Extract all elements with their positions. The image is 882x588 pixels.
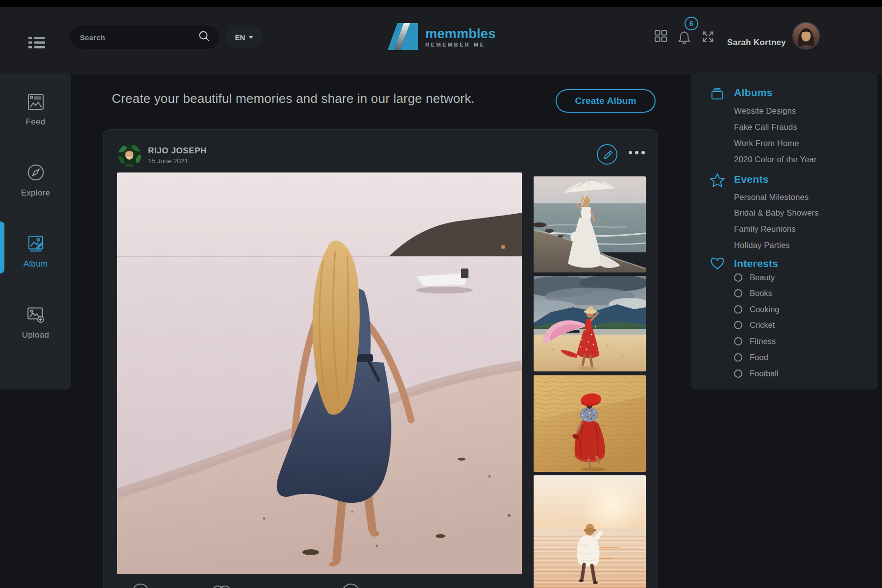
albums-section-title[interactable]: Albums	[734, 87, 773, 98]
menu-list-icon[interactable]	[28, 36, 45, 51]
radio-unchecked-icon[interactable]	[734, 353, 742, 362]
radio-unchecked-icon[interactable]	[734, 337, 742, 345]
left-sidebar: Feed Explore Album	[0, 73, 71, 390]
sidebar-item-label: Feed	[0, 117, 71, 127]
album-link[interactable]: Fake Call Frauds	[734, 122, 797, 132]
radio-unchecked-icon[interactable]	[734, 305, 742, 314]
comment-action-icon[interactable]	[341, 582, 361, 588]
interest-label: Cricket	[750, 320, 775, 330]
brand-name: memmbles	[425, 27, 495, 41]
event-link[interactable]: Personal Milestones	[734, 193, 808, 202]
brand-logo[interactable]: memmbles REMEMBER ME	[385, 22, 495, 53]
user-name[interactable]: Sarah Kortney	[727, 32, 786, 53]
albums-icon	[709, 87, 725, 104]
album-link[interactable]: Work From Home	[734, 139, 799, 148]
user-avatar[interactable]	[792, 22, 820, 49]
pencil-icon	[601, 148, 613, 161]
sidebar-item-label: Explore	[0, 188, 71, 198]
search-input[interactable]	[79, 33, 198, 42]
sidebar-item-explore[interactable]: Explore	[0, 163, 71, 198]
brand-text: memmbles REMEMBER ME	[425, 27, 495, 48]
right-sidebar: Albums Website Designs Fake Call Frauds …	[691, 73, 878, 390]
interest-label: Football	[750, 369, 779, 378]
interests-section-title[interactable]: Interests	[734, 258, 778, 270]
feed-icon	[26, 104, 45, 113]
sidebar-item-label: Album	[0, 259, 71, 269]
create-album-button[interactable]: Create Album	[556, 89, 656, 113]
radio-unchecked-icon[interactable]	[734, 369, 742, 378]
share-action-icon[interactable]	[131, 582, 150, 588]
album-icon	[26, 246, 46, 255]
language-selector[interactable]: EN	[226, 25, 262, 49]
interest-option-beauty[interactable]: Beauty	[734, 273, 775, 282]
page-heading: Create your beautiful memories and share…	[112, 91, 475, 106]
search-icon[interactable]	[198, 30, 211, 45]
event-link[interactable]: Bridal & Baby Showers	[734, 208, 819, 218]
post-main-photo[interactable]	[117, 172, 522, 574]
language-label: EN	[235, 33, 245, 42]
active-nav-indicator	[0, 221, 4, 273]
post-author-avatar[interactable]	[118, 144, 141, 167]
interest-option-food[interactable]: Food	[734, 353, 768, 362]
thumbnail-red-dress-beach[interactable]	[534, 276, 646, 371]
sidebar-item-upload[interactable]: Upload	[0, 305, 71, 340]
events-star-icon	[709, 172, 726, 191]
interest-label: Fitness	[750, 337, 776, 346]
edit-post-button[interactable]	[597, 144, 617, 165]
explore-compass-icon	[26, 175, 46, 184]
logo-m-icon	[385, 22, 420, 53]
search-bar[interactable]	[70, 25, 220, 49]
likes-action-icon[interactable]	[210, 582, 233, 588]
events-section-title[interactable]: Events	[734, 173, 769, 185]
interest-label: Beauty	[750, 273, 775, 282]
interest-label: Cooking	[750, 305, 780, 314]
notification-count: 6	[689, 20, 693, 27]
interest-option-football[interactable]: Football	[734, 369, 779, 378]
post-date: 15 June 2021	[148, 157, 188, 165]
brand-tagline: REMEMBER ME	[425, 42, 495, 48]
post-author-name[interactable]: RIJO JOSEPH	[148, 146, 207, 156]
interest-option-cricket[interactable]: Cricket	[734, 320, 775, 330]
sidebar-item-label: Upload	[0, 330, 71, 340]
album-link[interactable]: Website Designs	[734, 106, 796, 116]
event-link[interactable]: Holiday Parties	[734, 241, 790, 250]
interest-label: Books	[750, 289, 772, 298]
interest-option-cooking[interactable]: Cooking	[734, 305, 780, 314]
thumbnail-sunset-beach[interactable]	[534, 475, 646, 588]
more-options-icon[interactable]	[629, 151, 645, 154]
top-black-strip	[0, 0, 882, 7]
thumbnail-red-skirt-dune[interactable]	[534, 375, 646, 472]
event-link[interactable]: Family Reunions	[734, 224, 796, 234]
post-card: RIJO JOSEPH 15 June 2021	[103, 129, 658, 588]
interest-option-fitness[interactable]: Fitness	[734, 337, 776, 346]
apps-grid-icon[interactable]	[653, 28, 668, 46]
interest-option-books[interactable]: Books	[734, 289, 772, 298]
radio-unchecked-icon[interactable]	[734, 273, 742, 282]
sidebar-item-feed[interactable]: Feed	[0, 93, 71, 127]
notifications-bell-icon[interactable]	[676, 29, 692, 48]
interest-label: Food	[750, 353, 768, 362]
radio-unchecked-icon[interactable]	[734, 321, 742, 329]
notification-count-badge[interactable]: 6	[685, 17, 698, 30]
sidebar-item-album[interactable]: Album	[0, 234, 71, 269]
interests-heart-icon	[709, 255, 726, 274]
app-root: EN memmbles REMEMBER ME	[0, 0, 882, 588]
chevron-down-icon	[248, 36, 253, 39]
thumbnail-umbrella-beach[interactable]	[534, 176, 646, 272]
navbar: EN memmbles REMEMBER ME	[0, 7, 882, 74]
album-link[interactable]: 2020 Color of the Year	[734, 155, 817, 164]
radio-unchecked-icon[interactable]	[734, 289, 742, 297]
upload-icon	[26, 318, 46, 326]
fullscreen-expand-icon[interactable]	[701, 29, 715, 46]
